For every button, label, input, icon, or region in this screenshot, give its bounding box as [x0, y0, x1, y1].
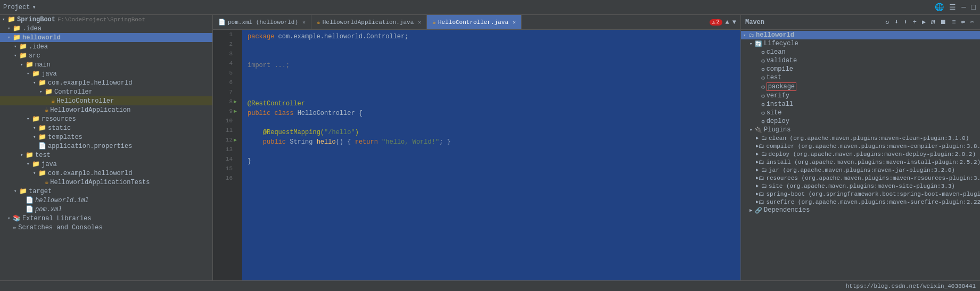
- tree-item-java-main[interactable]: ▾ 📁 java: [0, 69, 212, 78]
- tree-item-hello-controller[interactable]: ☕ HelloController: [0, 96, 212, 105]
- xml-icon: 📄: [218, 19, 226, 26]
- folder-icon: 📁: [32, 160, 40, 168]
- tree-item-resources[interactable]: ▾ 📁 resources: [0, 114, 212, 123]
- folder-icon: 📁: [13, 34, 21, 41]
- maven-item-plugin-resources[interactable]: ▶ 🗂 resources (org.apache.maven.plugins:…: [741, 174, 980, 182]
- tree-item-src[interactable]: ▾ 📁 src: [0, 51, 212, 60]
- tree-item-controller-folder[interactable]: ▾ 📁 Controller: [0, 87, 212, 96]
- arrow-icon: ▾: [20, 152, 26, 158]
- dependency-icon: 🔗: [755, 207, 762, 214]
- maven-item-plugin-deploy[interactable]: ▶ 🗂 deploy (org.apache.maven.plugins:mav…: [741, 150, 980, 158]
- maven-item-test[interactable]: ⚙ test: [741, 73, 980, 82]
- code-line-8: @RestController: [248, 99, 735, 109]
- tree-item-iml[interactable]: 📄 helloworld.iml: [0, 196, 212, 205]
- code-line-3: [248, 51, 735, 61]
- close-icon[interactable]: ✕: [418, 19, 421, 26]
- tab-hw-app[interactable]: ☕ HelloworldApplication.java ✕: [311, 15, 427, 29]
- maven-item-lifecycle[interactable]: ▾ 🔄 Lifecycle: [741, 39, 980, 48]
- maven-item-plugin-compiler[interactable]: ▶ 🗂 compiler (org.apache.maven.plugins:m…: [741, 142, 980, 150]
- maven-item-plugin-springboot[interactable]: ▶ 🗂 spring-boot (org.springframework.boo…: [741, 190, 980, 198]
- module-icon: 🗂: [759, 143, 764, 149]
- tree-item-external-libs[interactable]: ▾ 📚 External Libraries: [0, 214, 212, 223]
- tree-item-test[interactable]: ▾ 📁 test: [0, 151, 212, 160]
- tree-item-hw-app-tests[interactable]: ☕ HelloworldApplicationTests: [0, 178, 212, 187]
- arrow-icon: ▶: [756, 151, 761, 157]
- add-icon[interactable]: +: [911, 18, 918, 27]
- close-icon[interactable]: ✕: [513, 19, 516, 26]
- download-icon[interactable]: ⬇: [893, 18, 900, 27]
- tab-hello-controller[interactable]: ☕ HelloController.java ✕: [427, 15, 522, 29]
- folder-icon: 📁: [7, 15, 15, 23]
- folder-icon: 📁: [26, 61, 34, 69]
- sync-icon[interactable]: 🌐: [934, 2, 945, 13]
- gear-icon: ⚙: [761, 110, 765, 117]
- maven-item-site[interactable]: ⚙ site: [741, 109, 980, 117]
- list-icon[interactable]: ≡: [950, 18, 957, 27]
- maven-item-validate[interactable]: ⚙ validate: [741, 56, 980, 65]
- tree-item-app-properties[interactable]: 📄 application.properties: [0, 142, 212, 151]
- code-editor[interactable]: package com.example.helloworld.Controlle…: [242, 30, 740, 280]
- settings-icon[interactable]: ☰: [948, 2, 957, 13]
- tree-item-pom[interactable]: 📄 pom.xml: [0, 205, 212, 214]
- tab-label: pom.xml (helloworld): [228, 19, 298, 26]
- maven-item-install[interactable]: ⚙ install: [741, 100, 980, 109]
- maven-item-plugin-jar[interactable]: ▶ 🗂 jar (org.apache.maven.plugins:maven-…: [741, 166, 980, 174]
- maven-item-deploy[interactable]: ⚙ deploy: [741, 117, 980, 126]
- maven-item-verify[interactable]: ⚙ verify: [741, 92, 980, 100]
- code-line-7: [248, 89, 735, 99]
- chevron-down-icon[interactable]: ▼: [732, 19, 736, 26]
- scratches-icon: ✏️: [13, 223, 17, 231]
- upload-icon[interactable]: ⬆: [902, 18, 909, 27]
- folder-icon: 📁: [38, 124, 46, 132]
- tree-item-static[interactable]: ▾ 📁 static: [0, 123, 212, 132]
- tree-item-test-package[interactable]: ▾ 📁 com.example.helloworld: [0, 169, 212, 178]
- maximize-icon[interactable]: □: [970, 2, 977, 13]
- maven-item-helloworld[interactable]: ▾ 🗂 helloworld: [741, 31, 980, 39]
- maven-item-clean[interactable]: ⚙ clean: [741, 48, 980, 56]
- stop-icon[interactable]: ⏹: [938, 18, 948, 27]
- close-icon[interactable]: ✕: [302, 19, 306, 26]
- maven-item-dependencies[interactable]: ▶ 🔗 Dependencies: [741, 206, 980, 214]
- arrow-icon: ▶: [756, 135, 761, 141]
- minus-icon[interactable]: ─: [960, 2, 967, 13]
- maven-panel: Maven ↻ ⬇ ⬆ + ▶ m ⏹ ≡ ⇌ ✂ ▾ 🗂: [740, 15, 980, 280]
- tree-item-templates[interactable]: ▾ 📁 templates: [0, 132, 212, 142]
- lifecycle-icon: 🔄: [755, 40, 762, 47]
- folder-icon: 📁: [19, 43, 27, 51]
- tree-item-hw-app[interactable]: ☕ HelloworldApplication: [0, 105, 212, 114]
- maven-item-plugin-surefire[interactable]: ▶ 🗂 surefire (org.apache.maven.plugins:m…: [741, 198, 980, 206]
- tab-pom-xml[interactable]: 📄 pom.xml (helloworld) ✕: [213, 15, 311, 29]
- maven-item-plugin-install[interactable]: ▶ 🗂 install (org.apache.maven.plugins:ma…: [741, 158, 980, 166]
- project-label: Project: [3, 4, 30, 11]
- chevron-up-icon[interactable]: ▲: [726, 19, 729, 26]
- arrow-icon: [756, 110, 761, 115]
- refresh-icon[interactable]: ↻: [884, 18, 891, 27]
- java-icon: ☕: [317, 19, 320, 26]
- arrow-icon: ▾: [14, 44, 19, 49]
- maven-item-compile[interactable]: ⚙ compile: [741, 65, 980, 73]
- module-icon: 🗂: [761, 135, 767, 142]
- tree-item-java-test[interactable]: ▾ 📁 java: [0, 160, 212, 169]
- maven-item-plugin-site[interactable]: ▶ 🗂 site (org.apache.maven.plugins:maven…: [741, 182, 980, 190]
- maven-icon[interactable]: m: [929, 18, 936, 27]
- run-icon[interactable]: ▶: [920, 18, 927, 27]
- maven-item-plugins[interactable]: ▾ 🔌 Plugins: [741, 126, 980, 134]
- project-menu[interactable]: Project ▾: [3, 3, 36, 11]
- tree-item-target[interactable]: ▾ 📁 target: [0, 187, 212, 196]
- arrow-icon: ▾: [20, 62, 26, 68]
- folder-icon: 📁: [19, 187, 27, 195]
- tree-item-idea-root[interactable]: ▾ 📁 .idea: [0, 24, 212, 33]
- tree-item-helloworld[interactable]: ▾ 📁 helloworld: [0, 33, 212, 42]
- maven-item-plugin-clean[interactable]: ▶ 🗂 clean (org.apache.maven.plugins:mave…: [741, 134, 980, 142]
- tree-item-scratches[interactable]: ✏️ Scratches and Consoles: [0, 223, 212, 232]
- tree-item-main[interactable]: ▾ 📁 main: [0, 60, 212, 69]
- maven-item-package[interactable]: ⚙ package: [741, 82, 980, 92]
- maven-toolbar: ↻ ⬇ ⬆ + ▶ m ⏹ ≡ ⇌ ✂: [884, 18, 976, 27]
- switch-icon[interactable]: ⇌: [960, 18, 967, 27]
- cut-icon[interactable]: ✂: [969, 18, 976, 27]
- java-file-icon: ☕: [45, 106, 48, 114]
- tab-label: HelloController.java: [438, 19, 508, 26]
- tree-item-idea-hw[interactable]: ▾ 📁 .idea: [0, 42, 212, 51]
- tree-item-springboot[interactable]: ▾ 📁 SpringBoot F:\CodeProject\SpringBoot: [0, 15, 212, 24]
- tree-item-package[interactable]: ▾ 📁 com.example.helloworld: [0, 78, 212, 87]
